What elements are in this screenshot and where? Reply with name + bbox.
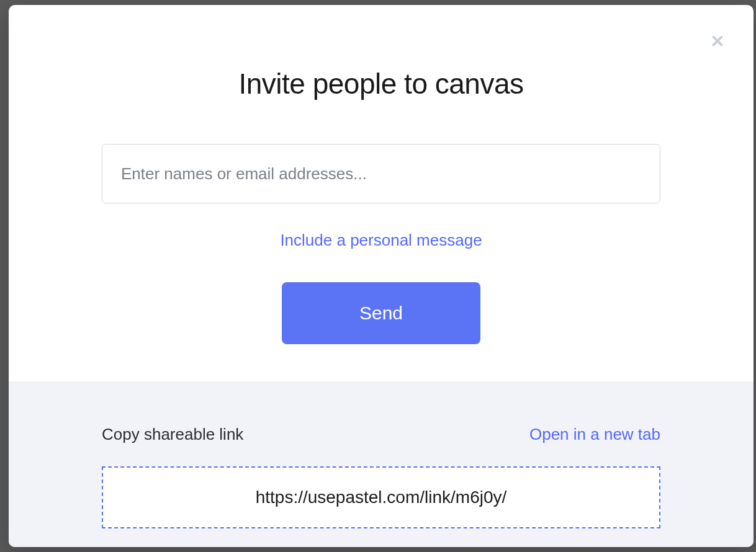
share-link-input[interactable] xyxy=(102,466,660,528)
copy-shareable-link-label: Copy shareable link xyxy=(102,425,243,444)
open-in-new-tab-link[interactable]: Open in a new tab xyxy=(529,425,660,444)
close-icon xyxy=(708,32,727,50)
email-input[interactable] xyxy=(102,144,660,203)
modal-lower-section: Copy shareable link Open in a new tab xyxy=(9,381,754,547)
include-personal-message-link[interactable]: Include a personal message xyxy=(102,231,660,250)
close-button[interactable] xyxy=(705,29,730,53)
share-header-row: Copy shareable link Open in a new tab xyxy=(102,425,660,444)
invite-modal: Invite people to canvas Include a person… xyxy=(9,5,754,547)
modal-upper-section: Invite people to canvas Include a person… xyxy=(9,5,754,381)
modal-title: Invite people to canvas xyxy=(102,67,660,100)
send-button[interactable]: Send xyxy=(282,282,480,344)
